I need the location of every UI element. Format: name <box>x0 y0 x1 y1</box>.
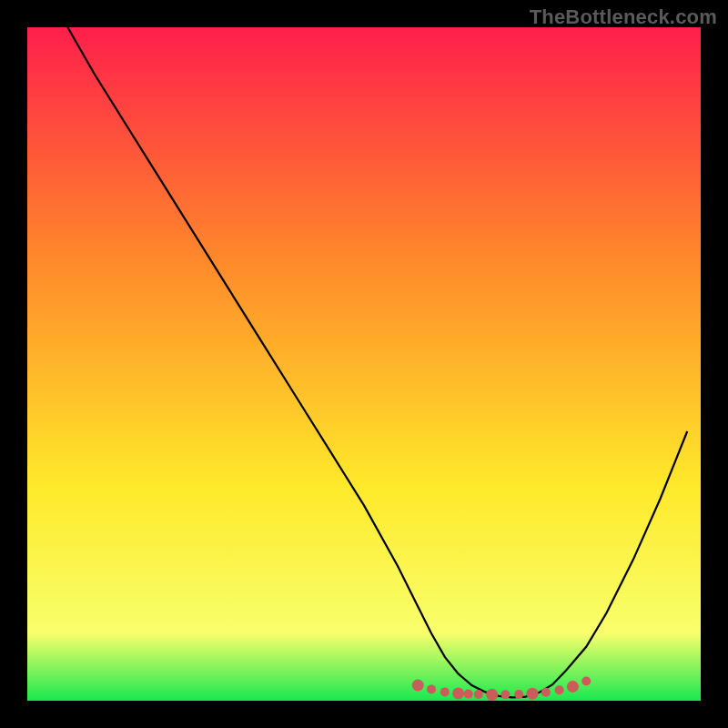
marker-point <box>427 684 436 693</box>
marker-point <box>412 680 424 692</box>
marker-point <box>541 688 551 697</box>
marker-point <box>555 685 564 694</box>
watermark-text: TheBottleneck.com <box>530 5 717 29</box>
chart-frame: TheBottleneck.com <box>0 0 728 728</box>
marker-point <box>527 688 539 700</box>
marker-point <box>514 690 523 699</box>
marker-point <box>486 689 498 701</box>
marker-point <box>567 681 579 693</box>
marker-point <box>452 687 464 699</box>
chart-svg <box>0 0 728 728</box>
marker-point <box>464 690 473 699</box>
marker-point <box>440 687 450 696</box>
marker-point <box>581 677 591 686</box>
marker-point <box>500 690 510 699</box>
marker-point <box>474 690 483 699</box>
